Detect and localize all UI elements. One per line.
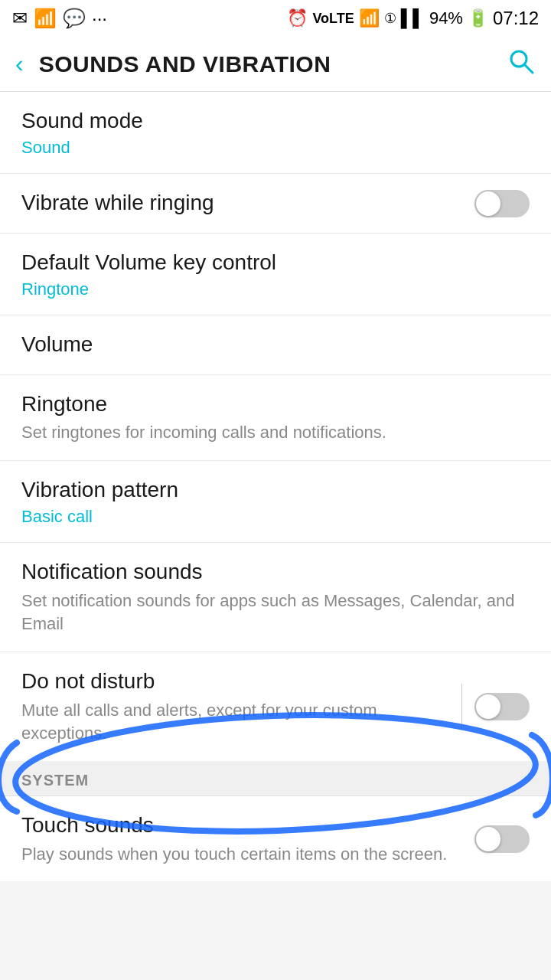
system-section-header: SYSTEM (0, 761, 551, 796)
overflow-icon: ··· (92, 8, 107, 29)
sound-mode-value: Sound (21, 138, 530, 158)
touch-sounds-content: Touch sounds Play sounds when you touch … (21, 812, 474, 866)
svg-line-1 (524, 64, 533, 73)
volume-key-content: Default Volume key control Ringtone (21, 249, 530, 299)
wifi-signal-icon: 📶 (359, 8, 380, 28)
volume-title: Volume (21, 331, 530, 358)
touch-sounds-toggle[interactable] (474, 825, 530, 853)
sound-mode-content: Sound mode Sound (21, 107, 530, 158)
wifi-icon: 📶 (34, 8, 57, 29)
vibrate-ringing-title: Vibrate while ringing (21, 189, 474, 217)
search-button[interactable] (507, 47, 536, 82)
dnd-toggle[interactable] (474, 693, 530, 720)
page-title: SOUNDS AND VIBRATION (39, 51, 507, 77)
dnd-toggle-area (461, 684, 530, 730)
volume-key-title: Default Volume key control (21, 249, 530, 276)
notification-sounds-title: Notification sounds (21, 558, 530, 586)
battery-percent: 94% (429, 8, 463, 28)
vibration-pattern-item[interactable]: Vibration pattern Basic call (0, 461, 551, 543)
lte-indicator: VoLTE (312, 11, 354, 27)
dnd-title: Do not disturb (21, 668, 461, 695)
ringtone-desc: Set ringtones for incoming calls and not… (21, 421, 530, 445)
email-icon: ✉ (12, 8, 28, 29)
alarm-icon: ⏰ (287, 8, 308, 28)
ringtone-item[interactable]: Ringtone Set ringtones for incoming call… (0, 375, 551, 461)
volume-key-value: Ringtone (21, 279, 530, 299)
notification-sounds-desc: Set notification sounds for apps such as… (21, 590, 530, 637)
status-right-icons: ⏰ VoLTE 📶 ① ▌▌ 94% 🔋 07:12 (287, 8, 539, 29)
touch-sounds-title: Touch sounds (21, 812, 474, 839)
status-bar: ✉ 📶 💬 ··· ⏰ VoLTE 📶 ① ▌▌ 94% 🔋 07:12 (0, 0, 551, 37)
sound-mode-item[interactable]: Sound mode Sound (0, 92, 551, 174)
battery-icon: 🔋 (468, 8, 488, 28)
vibration-pattern-content: Vibration pattern Basic call (21, 476, 530, 527)
settings-list: Sound mode Sound Vibrate while ringing D… (0, 92, 551, 761)
ringtone-title: Ringtone (21, 390, 530, 418)
system-section-label: SYSTEM (21, 772, 89, 789)
message-icon: 💬 (63, 8, 86, 29)
ringtone-content: Ringtone Set ringtones for incoming call… (21, 390, 530, 445)
volume-key-item[interactable]: Default Volume key control Ringtone (0, 234, 551, 315)
signal-bars-icon: ▌▌ (401, 8, 425, 28)
vibrate-ringing-item[interactable]: Vibrate while ringing (0, 174, 551, 233)
system-settings-list: Touch sounds Play sounds when you touch … (0, 796, 551, 881)
status-left-icons: ✉ 📶 💬 ··· (12, 8, 107, 29)
back-button[interactable]: ‹ (15, 50, 24, 78)
sound-mode-title: Sound mode (21, 107, 530, 135)
do-not-disturb-item[interactable]: Do not disturb Mute all calls and alerts… (0, 652, 551, 761)
dnd-content: Do not disturb Mute all calls and alerts… (21, 668, 461, 746)
dnd-divider (461, 684, 462, 730)
clock: 07:12 (493, 8, 539, 29)
volume-content: Volume (21, 331, 530, 358)
vibrate-ringing-toggle[interactable] (474, 190, 530, 217)
notification-sounds-content: Notification sounds Set notification sou… (21, 558, 530, 636)
sim-icon: ① (384, 10, 396, 27)
notification-sounds-item[interactable]: Notification sounds Set notification sou… (0, 543, 551, 652)
vibration-pattern-value: Basic call (21, 507, 530, 527)
header: ‹ SOUNDS AND VIBRATION (0, 37, 551, 92)
vibration-pattern-title: Vibration pattern (21, 476, 530, 504)
touch-sounds-item[interactable]: Touch sounds Play sounds when you touch … (0, 796, 551, 881)
touch-sounds-desc: Play sounds when you touch certain items… (21, 843, 474, 867)
volume-item[interactable]: Volume (0, 315, 551, 374)
dnd-desc: Mute all calls and alerts, except for yo… (21, 699, 461, 746)
vibrate-ringing-content: Vibrate while ringing (21, 189, 474, 217)
